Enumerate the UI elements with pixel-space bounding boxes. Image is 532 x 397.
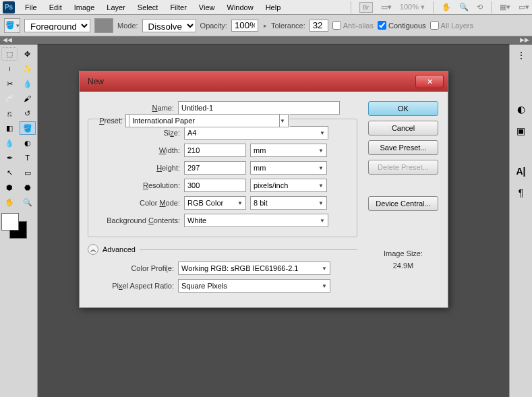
preset-label: Preset: — [76, 117, 123, 125]
mode-dd[interactable]: Dissolve — [142, 19, 196, 32]
antialias-checkbox[interactable]: Anti-alias — [332, 21, 374, 30]
brush-tool[interactable]: 🖌 — [20, 92, 36, 105]
paragraph-panel-icon[interactable]: ¶ — [513, 185, 529, 201]
resolution-input[interactable] — [184, 179, 246, 192]
fill-source-dd[interactable]: Foreground — [24, 19, 90, 32]
separator — [433, 1, 434, 13]
wand-tool[interactable]: ✨ — [20, 62, 36, 75]
path-tool[interactable]: ↖ — [1, 166, 18, 179]
opacity-stepper[interactable]: ▸ — [264, 22, 267, 29]
screen-mode-dd[interactable]: ▭▾ — [381, 3, 392, 11]
device-central-button[interactable]: Device Central... — [368, 196, 438, 211]
eraser-tool[interactable]: ◧ — [1, 121, 18, 135]
pixelaspect-dd[interactable]: Square Pixels▼ — [178, 279, 330, 293]
width-unit-dd[interactable]: mm▼ — [250, 144, 327, 157]
eyedropper-tool[interactable]: 💧 — [20, 77, 36, 90]
image-size-value: 24.9M — [384, 262, 423, 270]
colormode-dd[interactable]: RGB Color▼ — [184, 196, 246, 210]
colorprofile-label: Color Profile: — [88, 264, 174, 272]
colorprofile-dd[interactable]: Working RGB: sRGB IEC61966-2.1▼ — [178, 262, 330, 275]
height-label: Height: — [94, 164, 180, 172]
ok-button[interactable]: OK — [368, 101, 438, 116]
menu-window[interactable]: Window — [221, 2, 260, 13]
tool-preset-dd[interactable]: 🪣▾ — [4, 18, 20, 33]
opacity-input[interactable] — [231, 20, 258, 32]
collapse-right-arrow[interactable]: ▶▶ — [520, 36, 529, 44]
tolerance-input[interactable] — [309, 20, 328, 32]
advanced-toggle[interactable]: ︽ — [88, 244, 98, 255]
menu-image[interactable]: Image — [68, 2, 101, 13]
collapse-left-arrow[interactable]: ◀◀ — [3, 36, 12, 44]
shape-tool[interactable]: ▭ — [20, 166, 36, 179]
arrange-docs-dd[interactable]: ▦▾ — [500, 3, 510, 11]
bucket-tool[interactable]: 🪣 — [20, 121, 36, 135]
blur-tool[interactable]: 💧 — [1, 136, 18, 150]
marquee-tool[interactable]: ⬚ — [1, 47, 18, 61]
menu-select[interactable]: Select — [131, 2, 165, 13]
type-tool[interactable]: T — [20, 151, 36, 164]
width-input[interactable] — [184, 144, 246, 157]
menu-help[interactable]: Help — [260, 2, 287, 13]
hand-icon[interactable]: ✋ — [442, 3, 451, 11]
history-panel-icon[interactable]: ◐ — [513, 101, 529, 117]
advanced-label: Advanced — [102, 245, 136, 253]
lasso-tool[interactable]: 𐩖 — [1, 62, 18, 75]
divider — [140, 249, 357, 250]
menu-filter[interactable]: Filter — [164, 2, 192, 13]
pattern-swatch[interactable] — [94, 18, 113, 33]
dialog-button-column: OK Cancel Save Preset... Delete Preset..… — [367, 101, 440, 297]
3d-tool[interactable]: ⬢ — [1, 181, 18, 194]
contiguous-checkbox[interactable]: Contiguous — [378, 21, 426, 30]
size-dd[interactable]: A4▼ — [184, 126, 328, 140]
bridge-button[interactable]: Br — [359, 2, 373, 13]
size-label: Size: — [94, 129, 180, 137]
height-input[interactable] — [184, 161, 246, 175]
preset-dd[interactable]: International Paper▼ — [125, 114, 290, 127]
panel-collapse-strip: ◀◀ ▶▶ — [0, 36, 532, 44]
separator — [491, 1, 492, 13]
bgcontents-dd[interactable]: White▼ — [184, 214, 328, 227]
pixelaspect-label: Pixel Aspect Ratio: — [88, 282, 174, 290]
zoom-level[interactable]: 100% ▾ — [400, 3, 425, 11]
layers-panel-icon[interactable]: ▣ — [513, 123, 529, 139]
move-tool[interactable]: ✥ — [20, 47, 36, 61]
resolution-unit-dd[interactable]: pixels/inch▼ — [250, 179, 327, 192]
workspace-dd[interactable]: ▭▾ — [519, 3, 529, 11]
crop-tool[interactable]: ✂ — [1, 77, 18, 90]
save-preset-button[interactable]: Save Preset... — [368, 140, 438, 155]
width-label: Width: — [94, 146, 180, 154]
alllayers-checkbox[interactable]: All Layers — [430, 21, 473, 30]
bgcontents-label: Background Contents: — [94, 216, 180, 224]
menu-file[interactable]: File — [19, 2, 43, 13]
pen-tool[interactable]: ✒ — [1, 151, 18, 164]
dock-menu-icon[interactable]: ⋮ — [513, 47, 529, 63]
dodge-tool[interactable]: ◐ — [20, 136, 36, 150]
hand-tool[interactable]: ✋ — [1, 195, 18, 209]
dialog-titlebar[interactable]: New ✕ — [80, 71, 448, 92]
zoom-tool[interactable]: 🔍 — [20, 195, 36, 209]
character-panel-icon[interactable]: A| — [513, 163, 529, 179]
stamp-tool[interactable]: ⎌ — [1, 106, 18, 120]
height-unit-dd[interactable]: mm▼ — [250, 161, 327, 175]
ps-logo: Ps — [3, 1, 15, 13]
menubar: Ps File Edit Image Layer Select Filter V… — [0, 0, 532, 15]
healing-tool[interactable]: 🩹 — [1, 92, 18, 105]
zoom-icon[interactable]: 🔍 — [459, 3, 469, 11]
foreground-color-swatch[interactable] — [1, 213, 19, 231]
menu-view[interactable]: View — [193, 2, 221, 13]
image-size-label: Image Size: — [384, 249, 423, 257]
cancel-button[interactable]: Cancel — [368, 121, 438, 135]
new-document-dialog: New ✕ Name: Preset: International Paper▼… — [79, 71, 448, 308]
close-button[interactable]: ✕ — [415, 75, 444, 88]
menu-layer[interactable]: Layer — [100, 2, 131, 13]
name-input[interactable] — [178, 101, 340, 115]
menu-edit[interactable]: Edit — [43, 2, 68, 13]
right-dock: ⋮ ◐ ▣ A| ¶ — [509, 44, 532, 397]
separator — [351, 1, 351, 13]
color-swatches[interactable] — [1, 213, 31, 243]
history-brush-tool[interactable]: ↺ — [20, 106, 36, 120]
bitdepth-dd[interactable]: 8 bit▼ — [250, 196, 327, 210]
3d-camera-tool[interactable]: ⬣ — [20, 181, 36, 194]
rotate-icon[interactable]: ⟲ — [477, 3, 483, 11]
opacity-label: Opacity: — [200, 22, 227, 30]
